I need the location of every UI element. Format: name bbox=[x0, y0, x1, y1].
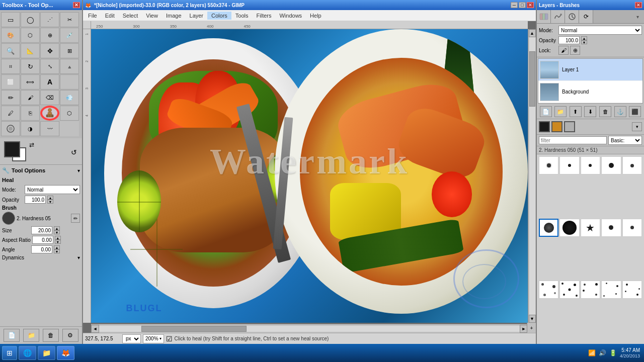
scroll-up-btn[interactable]: ▲ bbox=[529, 29, 536, 37]
angle-spinner[interactable]: ▲ ▼ bbox=[54, 245, 60, 253]
heal-tool[interactable] bbox=[40, 106, 59, 121]
shear-tool[interactable]: ⟁ bbox=[60, 59, 79, 74]
layer-down-btn[interactable]: ⬇ bbox=[584, 106, 596, 117]
color-options-btn[interactable]: ▾ bbox=[632, 122, 642, 131]
fg-color-swatch[interactable] bbox=[4, 141, 20, 157]
scissors-select-tool[interactable]: ✂ bbox=[60, 12, 79, 27]
blur-tool[interactable] bbox=[1, 121, 20, 136]
menu-edit[interactable]: Edit bbox=[101, 12, 119, 20]
size-input[interactable] bbox=[31, 226, 52, 234]
layer-opacity-input[interactable] bbox=[558, 36, 580, 44]
menu-colors[interactable]: Colors bbox=[207, 12, 231, 20]
delete-layer-btn[interactable]: 🗑 bbox=[599, 106, 611, 117]
open-layer-btn[interactable]: 📁 bbox=[554, 106, 567, 117]
clock-display[interactable]: 5:47 AM 4/20/2013 bbox=[620, 347, 640, 359]
scroll-thumb-h[interactable] bbox=[141, 326, 247, 332]
layer-opacity-spinner[interactable]: ▲ ▼ bbox=[581, 36, 587, 44]
scroll-left-btn[interactable]: ◄ bbox=[91, 325, 99, 333]
layer-opacity-up[interactable]: ▲ bbox=[581, 36, 587, 40]
crop-tool[interactable]: ⌗ bbox=[1, 59, 20, 74]
brush-cell-1[interactable] bbox=[539, 156, 558, 174]
menu-filters[interactable]: Filters bbox=[253, 12, 276, 20]
menu-file[interactable]: File bbox=[84, 12, 101, 20]
zoom-tool[interactable]: 🔍 bbox=[1, 43, 20, 58]
scale-tool[interactable]: ⤡ bbox=[40, 59, 59, 74]
opacity-down[interactable]: ▼ bbox=[47, 200, 53, 204]
brush-cell-14[interactable] bbox=[601, 281, 621, 299]
fg-swatch[interactable] bbox=[539, 121, 550, 132]
fg-select-tool[interactable]: ⬡ bbox=[21, 28, 40, 43]
brush-filter-input[interactable] bbox=[539, 136, 607, 144]
brush-cell-4[interactable] bbox=[601, 156, 621, 174]
panel-close-btn[interactable]: ✕ bbox=[635, 2, 642, 8]
swap-colors-icon[interactable]: ⇄ bbox=[29, 141, 34, 148]
text-tool[interactable]: A bbox=[40, 74, 59, 89]
taskbar-explorer-btn[interactable]: 📁 bbox=[38, 346, 55, 360]
dodge-burn-tool[interactable]: ◑ bbox=[21, 121, 40, 136]
by-color-tool[interactable]: 🎨 bbox=[1, 28, 20, 43]
ink-tool[interactable]: 🖊 bbox=[1, 106, 20, 121]
mid-swatch[interactable] bbox=[551, 121, 562, 132]
rect-select-tool[interactable]: ▭ bbox=[1, 12, 20, 27]
taskbar-gimp-btn[interactable]: 🦊 bbox=[57, 346, 74, 360]
image-canvas[interactable]: Watermark BLUGL bbox=[91, 29, 528, 323]
angle-down[interactable]: ▼ bbox=[54, 249, 60, 253]
panel-options-btn[interactable]: ▾ bbox=[631, 10, 644, 23]
menu-tools[interactable]: Tools bbox=[231, 12, 253, 20]
toolbox-close-btn[interactable]: ✕ bbox=[73, 2, 80, 8]
opacity-up[interactable]: ▲ bbox=[47, 196, 53, 200]
brush-cell-8[interactable]: ★ bbox=[581, 219, 600, 237]
opacity-input[interactable] bbox=[25, 196, 46, 204]
menu-view[interactable]: View bbox=[142, 12, 162, 20]
layer-item-bg[interactable]: Background bbox=[538, 81, 642, 103]
perspective-clone-tool[interactable]: ⬡ bbox=[60, 106, 79, 121]
brush-cell-3[interactable] bbox=[581, 156, 600, 174]
menu-select[interactable]: Select bbox=[119, 12, 142, 20]
flatten-btn[interactable]: ⬛ bbox=[629, 106, 641, 117]
tab-channels[interactable] bbox=[537, 10, 551, 23]
menu-windows[interactable]: Windows bbox=[275, 12, 306, 20]
free-select-tool[interactable]: ⋰ bbox=[40, 12, 59, 27]
lock-position-btn[interactable]: ⊕ bbox=[570, 46, 580, 55]
zoom-display[interactable]: 200% ▾ bbox=[143, 334, 164, 343]
layer-opacity-down[interactable]: ▼ bbox=[581, 40, 587, 44]
brush-cell-10[interactable] bbox=[622, 219, 642, 237]
close-btn[interactable]: ✕ bbox=[527, 2, 534, 8]
aspect-up[interactable]: ▲ bbox=[55, 236, 61, 240]
layer-item-1[interactable]: Layer 1 bbox=[538, 59, 642, 81]
ellipse-select-tool[interactable]: ◯ bbox=[21, 12, 40, 27]
brush-cell-15[interactable] bbox=[622, 281, 642, 299]
layer-up-btn[interactable]: ⬆ bbox=[570, 106, 582, 117]
brush-cell-5[interactable] bbox=[622, 156, 642, 174]
size-up[interactable]: ▲ bbox=[54, 226, 60, 230]
menu-help[interactable]: Help bbox=[306, 12, 326, 20]
scrollbar-horizontal[interactable]: ◄ ► bbox=[91, 324, 528, 333]
layer-mode-select[interactable]: Normal bbox=[558, 26, 642, 35]
tab-undo[interactable]: ⟳ bbox=[579, 10, 593, 23]
smudge-tool[interactable]: 〰 bbox=[40, 121, 59, 136]
new-image-btn[interactable]: 📄 bbox=[4, 329, 20, 342]
minimize-btn[interactable]: ─ bbox=[511, 2, 518, 8]
angle-up[interactable]: ▲ bbox=[54, 245, 60, 249]
size-down[interactable]: ▼ bbox=[54, 230, 60, 234]
brush-category-select[interactable]: Basic: bbox=[608, 136, 642, 145]
measure-tool[interactable]: 📐 bbox=[21, 43, 40, 58]
brush-edit-btn[interactable]: ✏ bbox=[71, 214, 80, 223]
angle-input[interactable] bbox=[31, 245, 52, 253]
tool-options-collapse[interactable]: ▾ bbox=[77, 168, 80, 173]
scroll-down-btn[interactable]: ▼ bbox=[529, 315, 536, 323]
rotate-tool[interactable]: ↻ bbox=[21, 59, 40, 74]
menu-image[interactable]: Image bbox=[162, 12, 186, 20]
aspect-down[interactable]: ▼ bbox=[55, 240, 61, 244]
align-tool[interactable]: ⊞ bbox=[60, 43, 79, 58]
taskbar-ie-btn[interactable]: 🌐 bbox=[19, 346, 36, 360]
aspect-spinner[interactable]: ▲ ▼ bbox=[55, 236, 61, 244]
brush-cell-6[interactable] bbox=[539, 219, 558, 237]
navigate-btn[interactable]: + bbox=[527, 323, 536, 333]
anchor-layer-btn[interactable]: ⚓ bbox=[614, 106, 626, 117]
mode-select[interactable]: Normal bbox=[25, 185, 80, 194]
dynamics-collapse[interactable]: ▾ bbox=[77, 255, 80, 260]
brush-cell-9[interactable] bbox=[601, 219, 621, 237]
size-spinner[interactable]: ▲ ▼ bbox=[54, 226, 60, 234]
eraser-tool[interactable]: ⌫ bbox=[40, 90, 59, 105]
